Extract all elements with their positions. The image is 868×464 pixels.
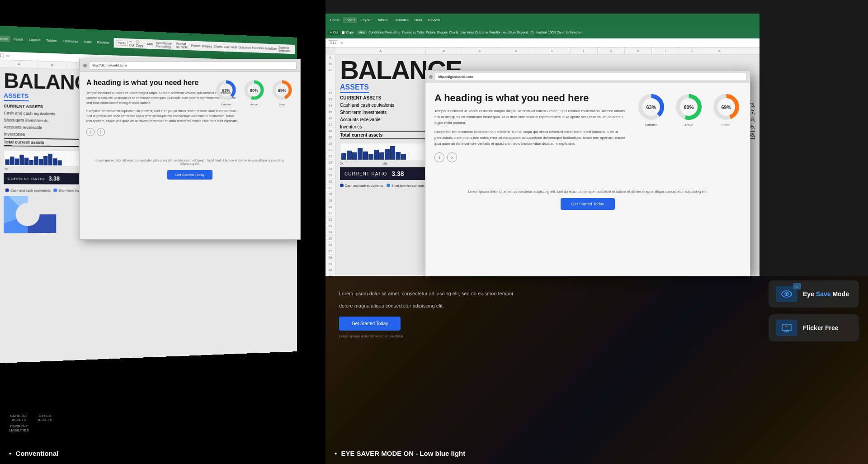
svg-text:63%: 63% (222, 88, 230, 93)
toolbar-conditional[interactable]: Conditional Formatting (156, 41, 175, 48)
toolbar-conditional-right[interactable]: Conditional Formatting (368, 31, 400, 34)
donut-active-left: 80% Active (243, 79, 265, 106)
cta-button-right[interactable]: Get Started Today (561, 198, 615, 210)
toolbar-zoom[interactable]: Zoom to Selection (278, 46, 293, 52)
tab-review-right[interactable]: Review (426, 17, 442, 23)
eye-saver-text-block: Lorem ipsum dolor sit amet, consectetur … (339, 289, 588, 338)
eye-saver-cta-button[interactable]: Get Started Today (339, 317, 401, 331)
url-bar-left[interactable]: http://digitalworld.com (89, 62, 297, 70)
browser-text1-right: Tempor incididunt ut labore et dolore ma… (434, 109, 629, 126)
eye-save-label: Eye Save Mode (803, 290, 849, 298)
assets-label-right: ASSETS (340, 83, 369, 93)
donut-basic-left: 69% Basic (271, 79, 293, 106)
font-selector[interactable]: Arial (147, 43, 153, 46)
flicker-svg-icon (781, 323, 792, 332)
eye-saver-text-1: Lorem ipsum dolor sit amet, consectetur … (339, 289, 588, 298)
col-headers-right: A B C D E F G H I J K (335, 47, 760, 55)
tab-insert-right[interactable]: Insert (343, 17, 357, 23)
browser-content-right: 63% Satisfied 80% Active (425, 83, 750, 276)
toolbar-line-right[interactable]: Line (460, 31, 466, 34)
toolbar-charts[interactable]: Charts (213, 45, 222, 48)
donut-svg-r1: 63% (637, 92, 666, 122)
tab-tables-right[interactable]: Tables (375, 17, 390, 23)
nav-prev-left[interactable]: ‹ (86, 128, 94, 136)
current-assets-bottom-left: CURRENTASSETS CURRENTLIABILITIES (9, 414, 29, 432)
flicker-free-label: Flicker Free (803, 324, 839, 331)
eye-save-badge: 📺 Eye Save Mode (769, 280, 859, 308)
browser-bottom-text-right: Lorem ipsum dolor sit amet, consectetur … (434, 189, 741, 194)
svg-text:69%: 69% (278, 88, 286, 93)
svg-text:63%: 63% (646, 104, 656, 110)
browser-popup-left: http://digitalworld.com 63% Satisfied (79, 59, 301, 240)
toolbar-copy[interactable]: 📋 Copy (136, 40, 143, 47)
tab-review-left[interactable]: Review (95, 39, 112, 46)
donut-label-active-left: Active (243, 103, 265, 106)
eye-saver-text-2: dolore magna aliqua consectetur adipisci… (339, 302, 588, 310)
toolbar-function[interactable]: Function (252, 46, 264, 50)
legend-invest-right: Short-term Investments (387, 184, 425, 187)
tab-home-left[interactable]: Home (0, 35, 10, 42)
bullet-left: • (9, 450, 11, 457)
tab-data-right[interactable]: Data (412, 17, 425, 23)
cell-ref-right[interactable]: G11 (328, 40, 338, 45)
toolbar-format-right[interactable]: Format as Table (402, 31, 425, 34)
tab-insert-left[interactable]: Insert (11, 36, 26, 43)
left-panel: Home Insert Layout Tables Formulas Data … (0, 0, 326, 464)
toolbar-outcome-right[interactable]: Outcome (475, 31, 488, 34)
svg-text:69%: 69% (721, 104, 731, 110)
tab-formulas-right[interactable]: Formulas (392, 17, 411, 23)
cta-button-left[interactable]: Get Started Today (167, 170, 212, 180)
tab-layout-right[interactable]: Layout (358, 17, 373, 23)
browser-content-left: 63% Satisfied 80% Active (80, 72, 300, 230)
nav-arrows-left: ‹ › (86, 128, 293, 136)
toolbar-outcome[interactable]: Outcome (239, 46, 251, 49)
donut-svg-active-left: 80% (243, 79, 265, 101)
panel-label-right: • EYE SAVER MODE ON - Low blue light (335, 450, 465, 457)
toolbar-picture[interactable]: Picture (191, 44, 200, 47)
svg-text:80%: 80% (250, 88, 258, 93)
donut-label-basic-left: Basic (271, 103, 293, 106)
toolbar-line[interactable]: Line (224, 45, 230, 48)
nav-next-left[interactable]: › (97, 128, 105, 136)
toolbar-paste[interactable]: Paste (116, 40, 128, 46)
tab-data-left[interactable]: Data (81, 38, 94, 45)
toolbar-charts-right[interactable]: Charts (449, 31, 458, 34)
toolbar-heat-right[interactable]: Heat (467, 31, 474, 34)
browser-heading-right: A heading is what you need here (434, 92, 606, 104)
toolbar-shapes-right[interactable]: Shapes (437, 31, 448, 34)
svg-rect-25 (782, 324, 791, 331)
toolbar-cut-right[interactable]: ✂ Cut (328, 30, 340, 35)
toolbar-copy-right[interactable]: 📋 Copy (341, 31, 354, 34)
toolbar-shapes[interactable]: Shapes (202, 44, 212, 48)
tab-home-right[interactable]: Home (328, 17, 342, 23)
toolbar-format[interactable]: Format as Table (176, 42, 190, 49)
font-right[interactable]: Arial (357, 30, 367, 34)
donut-satisfied-left: 63% Satisfied (215, 79, 237, 106)
tab-formulas-left[interactable]: Formulas (60, 38, 80, 45)
toolbar-function-right[interactable]: Function (489, 31, 501, 34)
monitor-overlay-icon: 📺 (793, 283, 801, 289)
tab-tables-left[interactable]: Tables (43, 37, 59, 44)
toolbar-picture-right[interactable]: Picture (426, 31, 436, 34)
browser-toolbar-right: http://digitalworld.com (425, 71, 750, 83)
feature-badges: 📺 Eye Save Mode Flicker Free (769, 280, 859, 341)
toolbar-autosum-right[interactable]: AutoSum (503, 31, 516, 34)
nav-prev-right[interactable]: ‹ (434, 152, 444, 162)
browser-bottom-text-left: Lorem ipsum dolor sit amet, consectetur … (86, 159, 293, 165)
toolbar-zoom-right[interactable]: 100% Zoom to Selection (548, 31, 582, 34)
legend-cash-right: Cash and cash equivalents (340, 184, 383, 187)
toolbar-cut[interactable]: ✂ Cut (129, 40, 134, 47)
eye-save-icon: 📺 (776, 286, 797, 302)
fx-right: fx (340, 41, 343, 44)
cell-reference-left[interactable]: G11 (0, 53, 4, 58)
donut-svg-satisfied-left: 63% (215, 79, 237, 101)
toolbar-heat[interactable]: Heat (231, 46, 237, 49)
donut-svg-basic-left: 69% (271, 79, 293, 101)
browser-toolbar-left: http://digitalworld.com (80, 59, 300, 72)
browser-text2-right: Excepteur sint occaecat cupidatat non pr… (434, 129, 629, 147)
toolbar-expand-right[interactable]: Expand / Contraction (517, 31, 547, 34)
nav-next-right[interactable]: › (447, 152, 457, 162)
tab-layout-left[interactable]: Layout (27, 37, 43, 43)
url-bar-right[interactable]: http://digitalworld.com (435, 73, 746, 81)
toolbar-autosum[interactable]: AutoSum (265, 47, 277, 50)
